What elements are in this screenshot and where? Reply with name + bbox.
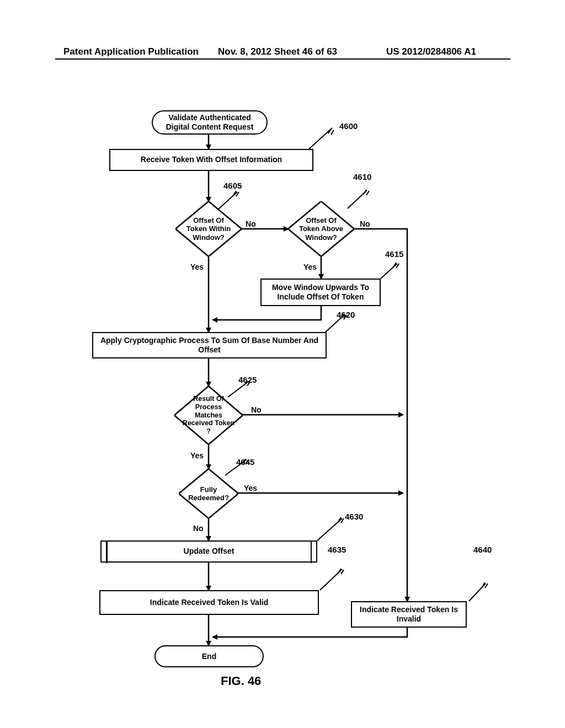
header-publication: Patent Application Publication	[63, 46, 199, 57]
edge-label-no: No	[246, 220, 256, 228]
process-4600: Receive Token With Offset Information	[109, 149, 313, 171]
decision-4645: Fully Redeemed?	[179, 469, 238, 518]
header-pub-number: US 2012/0284806 A1	[386, 46, 476, 57]
start-label: Validate Authenticated Digital Content R…	[158, 113, 261, 132]
process-4640-label: Indicate Received Token Is Invalid	[355, 605, 462, 624]
decision-4605: Offset Of Token Within Window?	[175, 201, 242, 256]
ref-4630: 4630	[345, 512, 363, 521]
ref-4625: 4625	[238, 375, 257, 384]
ref-4615: 4615	[385, 249, 403, 259]
ref-4620: 4620	[337, 310, 355, 319]
header-date-sheet: Nov. 8, 2012 Sheet 46 of 63	[218, 46, 337, 57]
decision-4610: Offset Of Token Above Window?	[288, 201, 354, 256]
process-4620: Apply Cryptographic Process To Sum Of Ba…	[92, 332, 327, 358]
decision-4645-label: Fully Redeemed?	[179, 469, 238, 518]
tick-icon	[392, 260, 404, 270]
process-4635: Indicate Received Token Is Valid	[99, 590, 319, 615]
flowchart-canvas: Validate Authenticated Digital Content R…	[0, 94, 565, 700]
ref-4645: 4645	[236, 457, 254, 467]
edge-label-yes: Yes	[190, 451, 204, 460]
figure-caption: FIG. 46	[221, 674, 261, 688]
decision-4610-label: Offset Of Token Above Window?	[288, 201, 354, 256]
process-4640: Indicate Received Token Is Invalid	[351, 601, 467, 628]
tick-icon	[327, 127, 339, 137]
subroutine-4630: Update Offset	[100, 540, 317, 563]
edge-label-yes: Yes	[303, 263, 317, 271]
header-rule	[55, 58, 510, 60]
ref-4610: 4610	[353, 172, 371, 181]
start-terminator: Validate Authenticated Digital Content R…	[152, 110, 268, 135]
edge-label-yes: Yes	[244, 484, 257, 493]
decision-4625-label: Result Of Process Matches Received Token…	[174, 386, 243, 445]
process-4620-label: Apply Cryptographic Process To Sum Of Ba…	[97, 336, 322, 355]
process-4635-label: Indicate Received Token Is Valid	[150, 598, 269, 608]
end-label: End	[202, 652, 216, 661]
edge-label-no: No	[251, 405, 262, 414]
process-4615-label: Move Window Upwards To Include Offset Of…	[265, 283, 376, 302]
decision-4605-label: Offset Of Token Within Window?	[175, 201, 242, 256]
tick-icon	[337, 566, 349, 576]
edge-label-no: No	[193, 524, 204, 533]
edge-label-no: No	[360, 220, 370, 228]
tick-icon	[362, 188, 374, 197]
edge-label-yes: Yes	[190, 263, 204, 271]
ref-4640: 4640	[473, 545, 492, 554]
ref-4635: 4635	[328, 545, 346, 554]
end-terminator: End	[154, 645, 264, 667]
ref-4600: 4600	[339, 121, 358, 131]
process-4615: Move Window Upwards To Include Offset Of…	[260, 279, 381, 306]
tick-icon	[481, 580, 493, 590]
ref-4605: 4605	[223, 181, 242, 190]
process-4600-label: Receive Token With Offset Information	[141, 155, 282, 165]
subroutine-4630-label: Update Offset	[184, 547, 234, 556]
decision-4625: Result Of Process Matches Received Token…	[174, 386, 243, 445]
